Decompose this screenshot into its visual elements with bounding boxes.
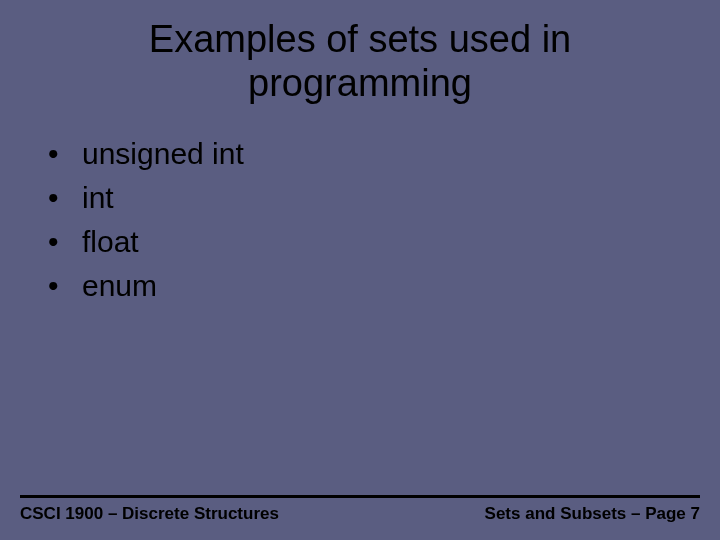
footer-divider — [20, 495, 700, 498]
title-line-2: programming — [248, 62, 472, 104]
list-item: • int — [48, 177, 720, 219]
slide-footer: CSCI 1900 – Discrete Structures Sets and… — [20, 495, 700, 524]
bullet-icon: • — [48, 133, 82, 175]
slide: Examples of sets used in programming • u… — [0, 0, 720, 540]
footer-row: CSCI 1900 – Discrete Structures Sets and… — [20, 504, 700, 524]
slide-content: • unsigned int • int • float • enum — [0, 105, 720, 307]
bullet-text: unsigned int — [82, 133, 244, 175]
bullet-icon: • — [48, 265, 82, 307]
bullet-icon: • — [48, 177, 82, 219]
title-line-1: Examples of sets used in — [149, 18, 571, 60]
bullet-icon: • — [48, 221, 82, 263]
bullet-text: float — [82, 221, 139, 263]
list-item: • unsigned int — [48, 133, 720, 175]
list-item: • enum — [48, 265, 720, 307]
footer-left: CSCI 1900 – Discrete Structures — [20, 504, 279, 524]
bullet-text: enum — [82, 265, 157, 307]
slide-title: Examples of sets used in programming — [0, 0, 720, 105]
bullet-text: int — [82, 177, 114, 219]
list-item: • float — [48, 221, 720, 263]
footer-right: Sets and Subsets – Page 7 — [485, 504, 700, 524]
